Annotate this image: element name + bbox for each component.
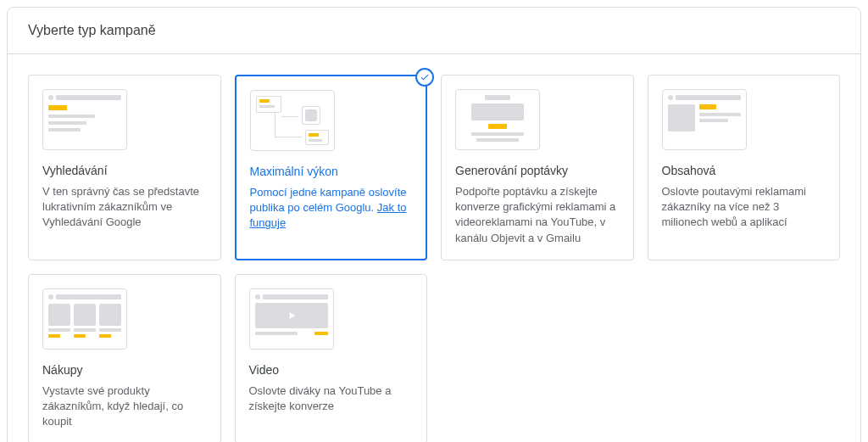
card-desc: Vystavte své produkty zákazníkům, když h… bbox=[42, 383, 207, 430]
card-title: Video bbox=[249, 363, 414, 377]
card-desc: Oslovte poutavými reklamami zákazníky na… bbox=[662, 184, 826, 231]
campaign-type-panel: Vyberte typ kampaně Vyhledávání V ten sp… bbox=[7, 7, 861, 442]
card-title: Nákupy bbox=[42, 363, 207, 377]
selected-check-icon bbox=[415, 68, 434, 87]
search-icon bbox=[42, 89, 127, 150]
campaign-card-video[interactable]: Video Oslovte diváky na YouTube a získej… bbox=[235, 274, 428, 442]
card-desc: Podpořte poptávku a získejte konverze gr… bbox=[455, 184, 620, 246]
card-desc: Oslovte diváky na YouTube a získejte kon… bbox=[249, 383, 414, 414]
campaign-card-demand[interactable]: Generování poptávky Podpořte poptávku a … bbox=[441, 75, 634, 260]
campaign-card-pmax[interactable]: Maximální výkon Pomocí jedné kampaně osl… bbox=[235, 75, 428, 260]
card-title: Maximální výkon bbox=[250, 165, 413, 178]
panel-title: Vyberte typ kampaně bbox=[8, 8, 860, 54]
card-title: Obsahová bbox=[662, 164, 826, 177]
campaign-card-search[interactable]: Vyhledávání V ten správný čas se předsta… bbox=[28, 75, 221, 260]
campaign-card-shopping[interactable]: Nákupy Vystavte své produkty zákazníkům,… bbox=[28, 274, 221, 442]
display-icon bbox=[662, 89, 747, 150]
video-icon bbox=[249, 288, 334, 350]
card-desc: Pomocí jedné kampaně oslovíte publika po… bbox=[250, 185, 413, 232]
pmax-icon bbox=[250, 90, 335, 151]
card-title: Generování poptávky bbox=[455, 164, 620, 177]
campaign-card-display[interactable]: Obsahová Oslovte poutavými reklamami zák… bbox=[648, 75, 841, 260]
shopping-icon bbox=[42, 288, 127, 350]
card-desc: V ten správný čas se představte lukrativ… bbox=[42, 184, 207, 231]
campaign-grid: Vyhledávání V ten správný čas se předsta… bbox=[28, 75, 840, 442]
demand-icon bbox=[455, 89, 540, 150]
card-title: Vyhledávání bbox=[42, 164, 207, 177]
panel-body: Vyhledávání V ten správný čas se předsta… bbox=[8, 54, 860, 442]
